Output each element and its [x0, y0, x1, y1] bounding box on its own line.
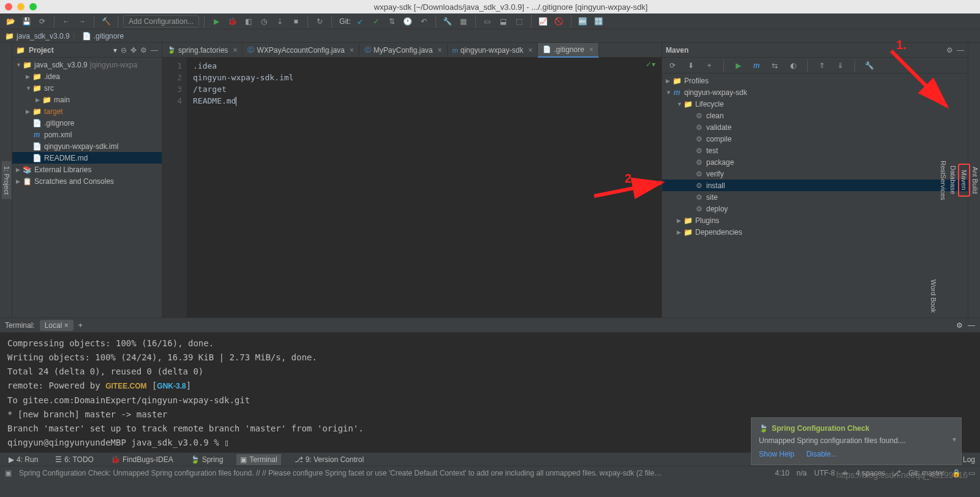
refresh-icon[interactable]: ⟳ [36, 15, 49, 28]
status-pos[interactable]: 4:10 [775, 469, 789, 477]
status-mem-icon[interactable]: ▭ [968, 469, 975, 477]
tool2-icon[interactable]: ⬓ [497, 15, 510, 28]
editor-tab[interactable]: mqingyun-wxpay-sdk× [448, 43, 538, 58]
maven-item[interactable]: ⚙validate [662, 121, 968, 133]
bottom-tab[interactable]: ▶4: Run [5, 454, 42, 465]
show-deps-icon[interactable]: ⇓ [834, 59, 847, 72]
open-icon[interactable]: 📂 [4, 15, 17, 28]
tree-item[interactable]: mpom.xml [12, 129, 162, 140]
maven-hide-icon[interactable]: — [957, 46, 964, 55]
collapse-all-icon[interactable]: ⇑ [815, 59, 829, 72]
rail-maven[interactable]: Maven [958, 164, 970, 196]
rail-ant[interactable]: Ant Build [970, 162, 980, 199]
maven-item[interactable]: ⚙verify [662, 168, 968, 180]
git-update-icon[interactable]: ↙ [353, 15, 367, 28]
run-icon[interactable]: ▶ [209, 15, 223, 28]
popup-show-help[interactable]: Show Help [759, 450, 794, 458]
tree-item[interactable]: 📄qingyun-wxpay-sdk.iml [12, 140, 162, 152]
breadcrumb-project[interactable]: java_sdk_v3.0.9 [17, 32, 70, 40]
reimport-icon[interactable]: ⟳ [666, 59, 679, 72]
tree-item[interactable]: ▶📚External Libraries [12, 164, 162, 175]
git-revert-icon[interactable]: ↶ [417, 15, 431, 28]
reload-icon[interactable]: ↻ [313, 15, 326, 28]
status-spaces[interactable]: 4 spaces [856, 469, 885, 477]
forward-icon[interactable]: → [75, 15, 89, 28]
status-enc[interactable]: UTF-8 [814, 469, 835, 477]
stop-icon[interactable]: ■ [289, 15, 303, 28]
dropdown-icon[interactable]: ▾ [113, 46, 117, 55]
maven-item[interactable]: ⚙site [662, 191, 968, 203]
wrench-icon[interactable]: 🔧 [441, 15, 454, 28]
toggle-offline-icon[interactable]: ◐ [786, 59, 800, 72]
add-icon[interactable]: + [703, 59, 716, 72]
maven-item[interactable]: ▶📁Dependencies [662, 226, 968, 238]
toggle-skip-icon[interactable]: ⇆ [768, 59, 782, 72]
maven-item[interactable]: ⚙deploy [662, 203, 968, 214]
translate2-icon[interactable]: 🔡 [592, 15, 606, 28]
generate-sources-icon[interactable]: ⬇ [684, 59, 698, 72]
terminal-tab[interactable]: Local × [40, 320, 74, 331]
gear-icon[interactable]: ⚙ [140, 46, 147, 55]
popup-disable[interactable]: Disable... [806, 450, 837, 458]
status-git[interactable]: Git: master [908, 469, 944, 477]
git-history-icon[interactable]: 🕐 [401, 15, 415, 28]
maven-item[interactable]: ⚙install [662, 180, 968, 191]
editor-tab[interactable]: 📄.gitignore× [538, 43, 598, 58]
status-na[interactable]: n/a [797, 469, 807, 477]
maximize-window[interactable] [29, 3, 37, 10]
maven-item[interactable]: ⚙test [662, 145, 968, 156]
add-configuration-button[interactable]: Add Configuration... [123, 15, 199, 28]
tree-item[interactable]: 📄.gitignore [12, 117, 162, 129]
tree-item[interactable]: ▶📁main [12, 94, 162, 105]
chart-icon[interactable]: 📈 [537, 15, 550, 28]
rail-project[interactable]: 1: Project [2, 161, 12, 199]
close-window[interactable] [5, 3, 12, 10]
breadcrumb-file[interactable]: .gitignore [94, 32, 124, 40]
bottom-tab[interactable]: ☰6: TODO [51, 454, 97, 465]
rail-database[interactable]: Database [948, 161, 958, 199]
editor-tab[interactable]: ⒸWXPayAccountConfig.java× [243, 43, 359, 58]
inspection-ok-icon[interactable]: ✓▾ [646, 60, 655, 69]
status-square-icon[interactable]: ▣ [5, 469, 12, 477]
terminal-gear-icon[interactable]: ⚙ [956, 321, 963, 330]
target-icon[interactable]: ✥ [130, 46, 137, 55]
terminal-hide-icon[interactable]: — [968, 321, 975, 330]
cancel-icon[interactable]: 🚫 [552, 15, 566, 28]
maven-settings-icon[interactable]: 🔧 [862, 59, 876, 72]
rail-structure[interactable]: 7: Structure [0, 273, 2, 317]
profile-icon[interactable]: ◷ [257, 15, 271, 28]
git-commit-icon[interactable]: ✓ [369, 15, 383, 28]
tree-item[interactable]: 📄README.md [12, 152, 162, 164]
attach-icon[interactable]: ⇣ [273, 15, 287, 28]
tool1-icon[interactable]: ▭ [481, 15, 494, 28]
build-icon[interactable]: 🔨 [99, 15, 113, 28]
maven-item[interactable]: ⚙package [662, 156, 968, 168]
bottom-tab[interactable]: ▣Terminal [236, 454, 281, 465]
bottom-tab[interactable]: ⎇9: Version Control [291, 454, 368, 465]
minimize-window[interactable] [17, 3, 24, 10]
tree-item[interactable]: ▶📁.idea [12, 70, 162, 82]
tool3-icon[interactable]: ⬚ [513, 15, 526, 28]
git-compare-icon[interactable]: ⇅ [385, 15, 399, 28]
services-icon[interactable]: ▦ [457, 15, 470, 28]
collapse-icon[interactable]: ⊖ [121, 46, 127, 55]
editor-tab[interactable]: ⒸMyPayConfig.java× [360, 43, 448, 58]
hide-icon[interactable]: — [151, 46, 158, 55]
rail-rest[interactable]: RestServices [938, 156, 948, 205]
maven-item[interactable]: ▶📁Plugins [662, 214, 968, 226]
debug-icon[interactable]: 🐞 [225, 15, 239, 28]
run-maven-icon[interactable]: ▶ [731, 59, 745, 72]
popup-chevron-icon[interactable]: ▾ [952, 435, 956, 444]
terminal-add-icon[interactable]: + [78, 321, 83, 330]
maven-m-icon[interactable]: m [750, 59, 763, 72]
rail-wordbook[interactable]: Word Book [929, 275, 938, 317]
translate-icon[interactable]: 🔤 [576, 15, 590, 28]
bottom-tab[interactable]: 🐞FindBugs-IDEA [107, 454, 177, 465]
tree-item[interactable]: ▼📁java_sdk_v3.0.9[qingyun-wxpa [12, 59, 162, 70]
bottom-tab[interactable]: 🍃Spring [187, 454, 227, 465]
coverage-icon[interactable]: ◧ [241, 15, 255, 28]
maven-item[interactable]: ⚙compile [662, 133, 968, 145]
tree-item[interactable]: ▼📁src [12, 82, 162, 94]
back-icon[interactable]: ← [59, 15, 73, 28]
status-lock-icon[interactable]: 🔒 [952, 469, 961, 477]
